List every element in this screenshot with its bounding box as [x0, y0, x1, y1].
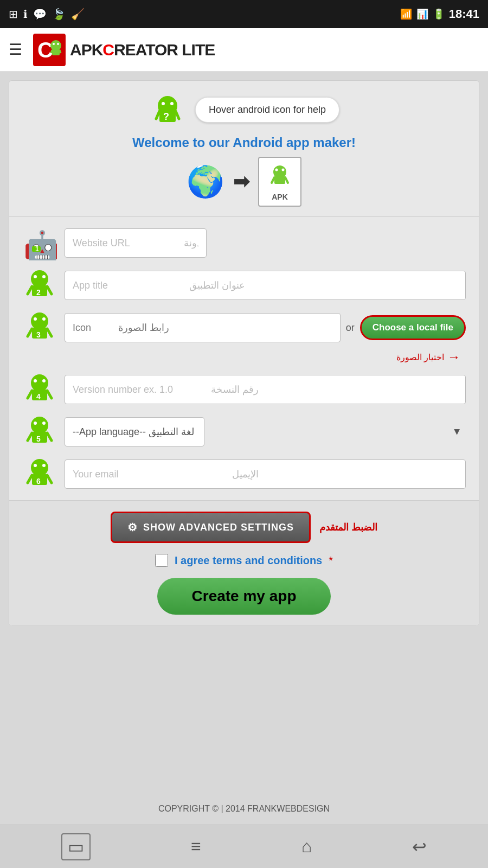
svg-point-45: [31, 417, 48, 434]
leaf-icon: 🍃: [52, 8, 66, 21]
help-bubble-text: Hover android icon for help: [209, 104, 326, 115]
svg-point-10: [162, 102, 165, 105]
language-select-wrapper: --App language-- لغة التطبيق English Ara…: [65, 417, 466, 446]
svg-point-11: [170, 102, 174, 105]
main-content: ? Hover android icon for help Welcome to…: [0, 72, 488, 793]
status-bar-right: 📶 📊 🔋 18:41: [400, 7, 479, 21]
create-app-button[interactable]: Create my app: [157, 578, 331, 615]
email-input[interactable]: [65, 459, 466, 489]
advanced-settings-button[interactable]: ⚙ SHOW ADVANCED SETTINGS: [111, 512, 311, 543]
svg-point-24: [31, 270, 48, 288]
bottom-section: ⚙ SHOW ADVANCED SETTINGS الضبط المتقدم I…: [9, 501, 479, 626]
gear-icon: ⚙: [127, 521, 138, 534]
home-button[interactable]: ⌂: [301, 837, 312, 857]
field-3-main: 3 or Choose a local file: [22, 310, 466, 345]
svg-point-40: [34, 379, 37, 382]
create-btn-label: Create my app: [192, 588, 297, 604]
footer: COPYRIGHT © | 2014 FRANKWEBDESIGN: [0, 793, 488, 825]
welcome-text: Welcome to our Android app maker!: [132, 135, 356, 150]
svg-point-47: [34, 422, 37, 425]
field-1-container: [65, 228, 466, 258]
svg-point-18: [282, 169, 285, 171]
field-icon-6: 6: [22, 457, 57, 492]
icon-field-row: or Choose a local file: [65, 313, 466, 342]
choose-file-button[interactable]: Choose a local file: [360, 315, 466, 340]
apk-android-icon: [267, 162, 293, 193]
language-select[interactable]: --App language-- لغة التطبيق English Ara…: [65, 417, 204, 446]
hamburger-menu[interactable]: ☰: [9, 41, 22, 59]
advanced-btn-label: SHOW ADVANCED SETTINGS: [143, 522, 294, 533]
globe-icon: 🌍: [187, 164, 224, 200]
help-section: ? Hover android icon for help Welcome to…: [9, 81, 479, 217]
bottom-nav[interactable]: ▭ ≡ ⌂ ↩: [0, 825, 488, 868]
svg-text:2: 2: [36, 288, 41, 297]
annotation-arrow: →: [447, 349, 460, 365]
logo-icon: C: [33, 34, 66, 66]
field-row-1: 🤖 1: [22, 226, 466, 260]
battery-icon: 🔋: [433, 8, 445, 20]
back-button[interactable]: ↩: [412, 837, 427, 857]
svg-text:4: 4: [36, 392, 41, 401]
app-title-input[interactable]: [65, 271, 466, 300]
field-row-6: 6: [22, 457, 466, 492]
svg-point-34: [42, 317, 46, 321]
website-url-input[interactable]: [65, 228, 207, 258]
svg-point-52: [31, 459, 48, 476]
field-row-4: 4: [22, 372, 466, 407]
svg-text:🤖: 🤖: [23, 229, 57, 260]
svg-point-31: [31, 312, 48, 330]
chat-icon: 💬: [33, 8, 47, 21]
svg-point-41: [42, 379, 46, 382]
field-icon-1: 🤖 1: [22, 226, 57, 260]
svg-line-7: [60, 50, 61, 53]
help-top: ? Hover android icon for help: [149, 91, 339, 129]
terms-text: I agree terms and conditions: [175, 554, 322, 567]
terms-asterisk: *: [329, 554, 333, 567]
bb-icon: ⊞: [9, 8, 18, 21]
status-bar-left: ⊞ ℹ 💬 🍃 🧹: [9, 8, 85, 21]
version-input[interactable]: [65, 375, 466, 404]
field-icon-5: 5: [22, 414, 57, 449]
field-row-2: 2: [22, 268, 466, 303]
apk-label: APK: [267, 193, 293, 201]
arrow-icon: ➡: [233, 170, 249, 193]
broom-icon: 🧹: [71, 8, 85, 21]
recent-apps-button[interactable]: ▭: [61, 833, 91, 860]
field-row-5: 5 --App language-- لغة التطبيق English A…: [22, 414, 466, 449]
android-help-icon: ?: [149, 91, 187, 129]
svg-line-35: [28, 329, 32, 336]
help-bubble: Hover android icon for help: [195, 97, 339, 123]
field-icon-3: 3: [22, 310, 57, 345]
annotation-text: اختيار الصورة: [396, 352, 444, 362]
svg-point-5: [57, 43, 59, 45]
svg-line-50: [47, 433, 52, 441]
apk-box: APK: [258, 157, 301, 207]
footer-text: COPYRIGHT © | 2014 FRANKWEBDESIGN: [158, 804, 330, 813]
svg-line-28: [28, 286, 32, 294]
menu-button[interactable]: ≡: [191, 837, 201, 857]
svg-point-27: [42, 275, 46, 278]
terms-row: I agree terms and conditions *: [155, 554, 333, 567]
svg-line-57: [47, 475, 52, 483]
nav-bar: ☰ C APKCREATOR LITE: [0, 28, 488, 72]
svg-text:3: 3: [36, 330, 41, 339]
status-bar: ⊞ ℹ 💬 🍃 🧹 📶 📊 🔋 18:41: [0, 0, 488, 28]
field-icon-4: 4: [22, 372, 57, 407]
icon-url-input[interactable]: [65, 313, 341, 342]
terms-checkbox[interactable]: [155, 554, 168, 567]
svg-line-29: [47, 286, 52, 294]
svg-point-54: [34, 464, 37, 467]
svg-rect-16: [274, 176, 285, 184]
logo-highlight: C: [102, 41, 114, 59]
svg-line-20: [285, 177, 288, 183]
svg-point-26: [34, 275, 37, 278]
field-row-3: 3 or Choose a local file اختيار الصورة →: [22, 310, 466, 365]
svg-line-36: [47, 329, 52, 336]
svg-point-4: [53, 43, 55, 45]
conversion-row: 🌍 ➡ APK: [187, 157, 301, 207]
svg-line-43: [47, 391, 52, 398]
logo-text: APKCREATOR LITE: [70, 41, 215, 59]
svg-point-55: [42, 464, 46, 467]
svg-point-38: [31, 374, 48, 392]
wifi-icon: 📶: [400, 8, 412, 20]
